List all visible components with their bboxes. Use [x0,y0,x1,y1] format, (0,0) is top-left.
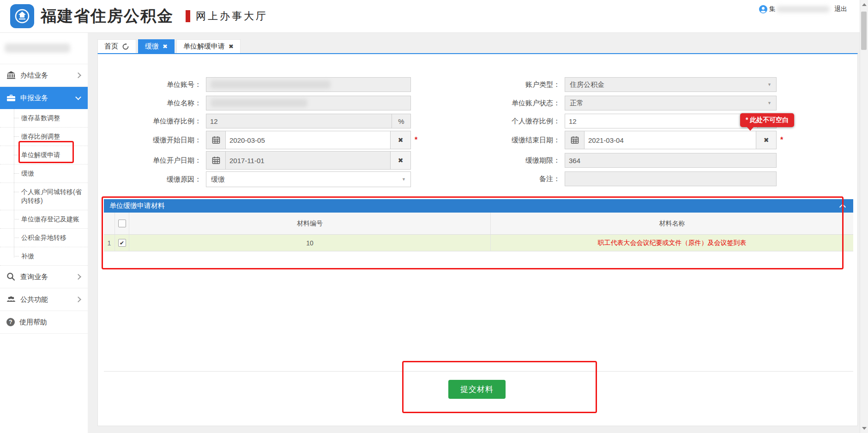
calendar-icon[interactable] [206,131,225,149]
field-defer-reason: 缓缴原因： 缓缴 ▼ [98,171,411,187]
defer-reason-select[interactable]: 缓缴 ▼ [206,171,411,187]
field-defer-term: 缓缴期限： [457,153,777,168]
field-label: 单位名称： [98,99,204,108]
scroll-down-icon[interactable] [862,427,867,430]
sidebar-company-name [0,32,88,64]
sidebar-item-unit-register[interactable]: 单位缴存登记及建账 [0,210,88,229]
chevron-right-icon [75,73,81,79]
caret-down-icon: ▼ [402,177,406,182]
field-label: 备注： [457,175,563,183]
company-name-redacted [5,43,70,53]
unit-name-redacted [211,99,307,107]
briefcase-icon [6,93,16,103]
close-icon[interactable]: ✖ [229,43,234,50]
sidebar-item-ratio-adjust[interactable]: 缴存比例调整 [0,128,88,146]
tab-bar: 首页 缓缴 ✖ 单位解缓申请 ✖ [97,39,242,53]
submit-materials-button[interactable]: 提交材料 [448,380,506,399]
sidebar-item-personal-transfer[interactable]: 个人账户同城转移(省内转移) [0,183,88,210]
row-checkbox-checked[interactable]: ✔ [118,239,126,247]
calendar-icon [206,151,225,170]
field-defer-end-date: 缓缴结束日期： ✖ * [457,131,783,149]
name-column-header: 材料名称 [491,220,853,228]
question-icon: ? [6,318,15,326]
defer-end-date-input[interactable] [584,131,756,149]
chevron-right-icon [75,274,81,280]
material-table-row: 1 ✔ 10 职工代表大会会议纪要或文件（原件）及会议签到表 [104,235,853,251]
field-unit-ratio: 单位缴存比例： % [98,114,411,128]
field-label: 缓缴期限： [457,156,563,165]
scrollbar-thumb[interactable] [861,12,867,50]
field-account-status: 单位账户状态： 正常 ▼ [457,96,777,110]
tab-label: 单位解缓申请 [183,42,225,51]
sidebar-item-label: 使用帮助 [19,318,47,327]
sidebar-item-public-functions[interactable]: 公共功能 [0,288,88,311]
field-label: 单位账号： [98,80,204,89]
field-label: 单位缴存比例： [98,117,204,126]
required-asterisk: * [415,136,417,144]
clear-icon[interactable]: ✖ [391,131,411,149]
material-name-link[interactable]: 职工代表大会会议纪要或文件（原件）及会议签到表 [491,239,853,247]
remark-input [565,171,777,186]
field-unit-account: 单位账号： [98,77,411,92]
percent-suffix: % [392,114,411,128]
main-panel: 单位账号： 单位名称： 单位缴存比例： % 缓缴开始日期： [97,53,858,426]
select-all-checkbox[interactable] [118,220,126,227]
unit-ratio-input [206,114,392,128]
clear-icon[interactable]: ✖ [391,151,411,170]
bank-icon [6,71,16,80]
scroll-up-icon[interactable] [862,3,867,6]
brand-logo-icon [10,4,34,28]
username-prefix: 集 [769,5,776,13]
clear-icon[interactable]: ✖ [756,131,777,149]
calendar-icon[interactable] [565,131,584,149]
collapse-chevron-up-icon[interactable] [839,204,846,210]
users-icon [6,295,16,304]
sidebar-item-defer-payment[interactable]: 缓缴 [0,165,88,183]
caret-down-icon: ▼ [767,82,772,87]
page-scrollbar[interactable] [860,0,868,433]
field-label: 账户类型： [457,80,563,89]
sidebar-item-declare-business[interactable]: 申报业务 [0,87,88,109]
personal-ratio-input[interactable] [565,114,758,128]
tab-home[interactable]: 首页 [97,39,136,53]
field-label: 单位账户状态： [457,99,563,108]
sidebar-item-unit-defer-release[interactable]: 单位解缓申请 [0,146,88,165]
chevron-right-icon [75,297,81,303]
sidebar-item-completed-business[interactable]: 办结业务 [0,64,88,87]
refresh-icon[interactable] [122,43,129,50]
account-type-select: 住房公积金 ▼ [565,77,777,92]
field-account-type: 账户类型： 住房公积金 ▼ [457,77,777,92]
sidebar-item-supplementary-payment[interactable]: 补缴 [0,247,88,266]
sidebar-item-label: 申报业务 [20,94,48,103]
sidebar-item-fund-transfer[interactable]: 公积金异地转移 [0,229,88,247]
search-icon [6,272,16,281]
field-remark: 备注： [457,171,777,186]
materials-section: 单位缓缴申请材料 材料编号 材料名称 1 ✔ 10 职工代表大会会议纪要或文件（… [104,199,853,251]
logout-link[interactable]: 退出 [834,5,847,13]
close-icon[interactable]: ✖ [163,43,168,50]
brand-subtitle: 网上办事大厅 [196,9,268,23]
user-avatar-icon [759,5,767,13]
materials-panel-header[interactable]: 单位缓缴申请材料 [104,199,853,213]
brand-divider [186,10,190,22]
tab-defer-payment[interactable]: 缓缴 ✖ [138,39,175,53]
material-code-cell: 10 [129,235,491,251]
tab-label: 首页 [104,42,118,51]
app-header: 福建省住房公积金 网上办事大厅 集 退出 [0,0,860,33]
field-label: 个人缴存比例： [457,117,563,126]
defer-term-input [565,153,777,168]
field-personal-ratio: 个人缴存比例： % [457,114,777,128]
tab-unit-defer-release[interactable]: 单位解缓申请 ✖ [176,39,241,53]
sidebar-item-base-adjust[interactable]: 缴存基数调整 [0,109,88,128]
tab-label: 缓缴 [145,42,159,51]
sidebar-item-query-business[interactable]: 查询业务 [0,266,88,288]
footer-divider [104,371,853,372]
defer-start-date-input[interactable] [225,131,391,149]
user-area: 集 退出 [759,0,847,18]
code-column-header: 材料编号 [129,213,491,234]
row-checkbox-cell: ✔ [115,235,129,251]
selected-value: 正常 [570,99,584,108]
open-date-input [225,151,391,170]
sidebar-item-help[interactable]: ? 使用帮助 [0,311,88,334]
materials-table-header: 材料编号 材料名称 [104,213,853,235]
